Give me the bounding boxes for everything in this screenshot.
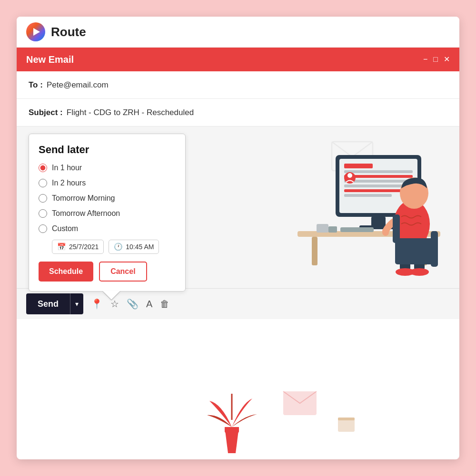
compose-area: Send later In 1 hour In 2 hours Tomorrow… — [17, 126, 459, 288]
send-button-group: Send ▾ — [26, 293, 83, 314]
window-controls: − □ ✕ — [423, 56, 450, 63]
location-icon[interactable]: 📍 — [91, 298, 103, 310]
delete-icon[interactable]: 🗑 — [160, 299, 169, 310]
clock-icon: 🕐 — [114, 243, 123, 251]
radio-2hours[interactable] — [39, 179, 47, 187]
custom-time-value: 10:45 AM — [126, 243, 154, 251]
svg-rect-32 — [371, 217, 386, 226]
svg-rect-45 — [395, 238, 433, 264]
send-later-popup: Send later In 1 hour In 2 hours Tomorrow… — [29, 134, 186, 291]
radio-1hour[interactable] — [39, 164, 47, 172]
svg-rect-49 — [328, 226, 337, 233]
custom-date-value: 25/7/2021 — [69, 243, 99, 251]
radio-tomorrow-morning[interactable] — [39, 194, 47, 203]
send-button[interactable]: Send — [26, 293, 70, 314]
minimize-button[interactable]: − — [423, 56, 427, 63]
option-tomorrow-afternoon[interactable]: Tomorrow Afternoon — [39, 209, 173, 218]
svg-point-43 — [382, 229, 389, 236]
close-button[interactable]: ✕ — [444, 56, 450, 63]
option-tomorrow-afternoon-label: Tomorrow Afternoon — [52, 209, 120, 218]
svg-rect-29 — [344, 194, 392, 197]
font-icon[interactable]: A — [146, 299, 152, 310]
option-tomorrow-morning[interactable]: Tomorrow Morning — [39, 194, 173, 203]
play-icon — [33, 28, 40, 36]
option-custom[interactable]: Custom — [39, 224, 173, 233]
svg-rect-47 — [393, 214, 400, 243]
svg-rect-37 — [340, 227, 374, 232]
custom-date-field[interactable]: 📅 25/7/2021 — [52, 240, 104, 254]
illustration-svg — [274, 131, 440, 279]
popup-buttons: Schedule Cancel — [39, 262, 173, 282]
app-title: Route — [51, 25, 86, 39]
svg-rect-48 — [317, 224, 328, 233]
svg-rect-35 — [312, 237, 317, 265]
email-body: To : Pete@email.com Subject : Flight - C… — [17, 71, 459, 126]
calendar-icon: 📅 — [57, 243, 66, 251]
svg-rect-24 — [344, 170, 413, 173]
main-window: Route New Email − □ ✕ To : Pete@email.co… — [17, 17, 459, 459]
send-dropdown-button[interactable]: ▾ — [70, 293, 83, 314]
radio-tomorrow-afternoon[interactable] — [39, 209, 47, 218]
app-logo — [26, 22, 45, 41]
attachment-icon[interactable]: 📎 — [127, 298, 139, 310]
to-label: To : — [29, 80, 43, 90]
svg-rect-46 — [431, 231, 438, 267]
subject-label: Subject : — [29, 108, 63, 117]
email-header-bar: New Email − □ ✕ — [17, 48, 459, 71]
option-2hours-label: In 2 hours — [52, 179, 86, 187]
svg-rect-23 — [344, 164, 373, 168]
custom-fields: 📅 25/7/2021 🕐 10:45 AM — [52, 240, 173, 254]
schedule-button[interactable]: Schedule — [39, 262, 93, 282]
dropdown-arrow-icon: ▾ — [75, 300, 79, 308]
svg-point-31 — [347, 173, 352, 178]
cancel-button[interactable]: Cancel — [99, 262, 147, 282]
option-custom-label: Custom — [52, 224, 78, 233]
person-illustration — [274, 131, 440, 279]
subject-field: Subject : Flight - CDG to ZRH - Reschedu… — [17, 99, 459, 126]
option-1hour[interactable]: In 1 hour — [39, 164, 173, 172]
option-tomorrow-morning-label: Tomorrow Morning — [52, 194, 115, 203]
send-later-title: Send later — [39, 144, 173, 156]
option-1hour-label: In 1 hour — [52, 164, 82, 172]
radio-custom[interactable] — [39, 224, 47, 233]
to-field: To : Pete@email.com — [17, 71, 459, 99]
to-value: Pete@email.com — [47, 80, 109, 90]
email-toolbar: Send ▾ 📍 ☆ 📎 A 🗑 — [17, 288, 459, 319]
custom-time-field[interactable]: 🕐 10:45 AM — [109, 240, 159, 254]
email-window-title: New Email — [26, 54, 74, 65]
subject-value: Flight - CDG to ZRH - Rescheduled — [67, 108, 194, 117]
title-bar: Route — [17, 17, 459, 48]
svg-point-41 — [410, 268, 429, 276]
option-2hours[interactable]: In 2 hours — [39, 179, 173, 187]
maximize-button[interactable]: □ — [433, 56, 438, 63]
